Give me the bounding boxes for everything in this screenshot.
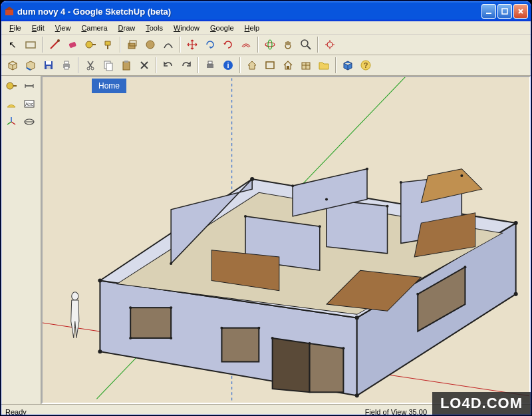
- svg-point-107: [271, 337, 274, 339]
- menu-tools[interactable]: Tools: [140, 23, 168, 33]
- protractor-tool[interactable]: [3, 95, 20, 112]
- section-tool[interactable]: [21, 113, 38, 130]
- separator: [335, 57, 336, 73]
- move-tool[interactable]: [184, 36, 201, 53]
- watermark: LO4D.COM: [432, 392, 531, 415]
- separator: [239, 57, 241, 73]
- copy-button[interactable]: [100, 57, 117, 74]
- folder-button[interactable]: [315, 57, 332, 74]
- circle-tool[interactable]: [142, 36, 159, 53]
- axes-tool[interactable]: [3, 113, 20, 130]
- pan-tool[interactable]: [279, 36, 297, 53]
- svg-point-85: [98, 278, 102, 282]
- svg-point-92: [170, 262, 172, 265]
- window-title: dum novy 4 - Google SketchUp (beta): [17, 7, 481, 17]
- svg-point-95: [325, 198, 328, 200]
- model-button[interactable]: [297, 57, 315, 74]
- svg-marker-82: [273, 338, 310, 392]
- svg-rect-45: [208, 61, 212, 64]
- box-button[interactable]: [261, 57, 279, 74]
- undo-button[interactable]: [160, 57, 177, 74]
- svg-line-64: [7, 122, 11, 124]
- zoom-tool[interactable]: [297, 36, 315, 53]
- follow-tool[interactable]: [201, 36, 219, 53]
- menu-google[interactable]: Google: [205, 23, 239, 33]
- svg-rect-32: [65, 61, 68, 64]
- print-button[interactable]: [58, 57, 75, 74]
- svg-point-105: [220, 327, 223, 329]
- paint-tool[interactable]: [100, 36, 117, 53]
- arc-tool[interactable]: [160, 36, 177, 53]
- print2-button[interactable]: [201, 57, 219, 74]
- content-area: Abc Home: [1, 76, 531, 404]
- svg-point-112: [72, 292, 78, 300]
- menu-help[interactable]: Help: [239, 23, 265, 33]
- svg-marker-73: [327, 200, 388, 254]
- menu-window[interactable]: Window: [168, 23, 205, 33]
- select-tool[interactable]: ↖: [4, 36, 21, 53]
- cut-button[interactable]: [82, 57, 99, 74]
- svg-point-10: [86, 41, 92, 48]
- zoom-extents-tool[interactable]: [321, 36, 338, 53]
- svg-rect-2: [486, 13, 491, 14]
- menu-camera[interactable]: Camera: [76, 23, 112, 33]
- figure-person: [71, 292, 79, 338]
- house-button[interactable]: [279, 57, 297, 74]
- tooltip: Home: [92, 79, 126, 93]
- redo-button[interactable]: [178, 57, 195, 74]
- svg-point-101: [129, 306, 132, 309]
- component-button[interactable]: [4, 57, 21, 74]
- close-button[interactable]: [513, 4, 528, 19]
- menu-file[interactable]: File: [4, 23, 27, 33]
- menu-draw[interactable]: Draw: [113, 23, 141, 33]
- svg-text:?: ?: [364, 61, 368, 69]
- svg-point-19: [268, 40, 272, 49]
- cube-button[interactable]: [339, 57, 356, 74]
- text-tool[interactable]: Abc: [21, 95, 38, 112]
- paste-button[interactable]: [118, 57, 135, 74]
- menu-edit[interactable]: Edit: [27, 23, 50, 33]
- toolbar-secondary: i ?: [1, 55, 531, 76]
- titlebar[interactable]: dum novy 4 - Google SketchUp (beta): [1, 1, 531, 21]
- eraser-tool[interactable]: [64, 36, 81, 53]
- rectangle-tool[interactable]: [22, 36, 39, 53]
- separator: [42, 37, 43, 53]
- menubar: File Edit View Camera Draw Tools Window …: [1, 21, 531, 35]
- svg-point-103: [129, 337, 132, 339]
- tape-tool[interactable]: [82, 36, 99, 53]
- menu-view[interactable]: View: [50, 23, 76, 33]
- arrow-icon: ↖: [9, 40, 17, 49]
- offset-tool[interactable]: [237, 36, 255, 53]
- svg-point-96: [386, 205, 388, 208]
- toolbar-main: ↖: [1, 35, 531, 55]
- svg-line-63: [11, 122, 15, 124]
- pushpull-tool[interactable]: [124, 36, 141, 53]
- save-button[interactable]: [40, 57, 57, 74]
- svg-point-106: [257, 327, 260, 329]
- svg-point-111: [464, 266, 466, 268]
- home-button[interactable]: [243, 57, 261, 74]
- svg-rect-40: [123, 62, 130, 70]
- dimension-tool[interactable]: [21, 77, 38, 95]
- info-button[interactable]: i: [219, 57, 237, 74]
- svg-rect-39: [106, 63, 112, 71]
- rotate-tool[interactable]: [219, 36, 237, 53]
- new-button[interactable]: [22, 57, 39, 74]
- svg-point-15: [146, 41, 154, 49]
- maximize-button[interactable]: [497, 4, 512, 19]
- window-controls: [481, 4, 528, 19]
- line-tool[interactable]: [46, 36, 63, 53]
- minimize-button[interactable]: [481, 4, 496, 19]
- svg-point-93: [244, 215, 247, 218]
- orbit-tool[interactable]: [261, 36, 279, 53]
- app-icon: [4, 6, 15, 17]
- tape-measure-tool[interactable]: [3, 77, 20, 95]
- help-button[interactable]: ?: [357, 57, 374, 74]
- svg-point-90: [514, 221, 518, 225]
- delete-button[interactable]: [136, 57, 153, 74]
- svg-line-21: [307, 46, 311, 49]
- house-model: [98, 168, 517, 398]
- viewport[interactable]: Home: [41, 76, 531, 404]
- svg-point-97: [400, 181, 402, 184]
- svg-point-37: [91, 67, 94, 70]
